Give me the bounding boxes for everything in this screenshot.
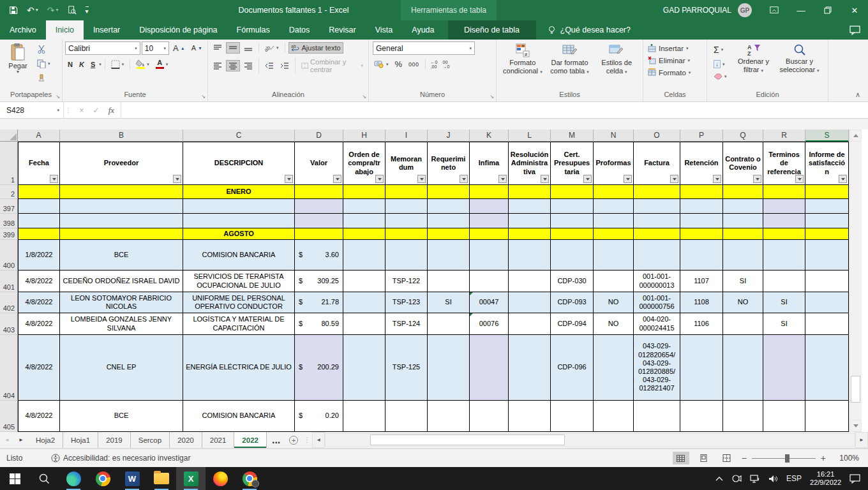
cell-Q-405[interactable] (723, 401, 763, 432)
filter-button-J[interactable] (460, 175, 468, 183)
network-icon[interactable] (750, 475, 760, 483)
cell-Q-404[interactable] (723, 335, 763, 401)
cell-N-405[interactable] (594, 401, 634, 432)
cell-Q-401[interactable]: SI (723, 271, 763, 292)
sheet-tab-2019[interactable]: 2019 (98, 432, 131, 448)
orientation-button[interactable]: ab▾ (262, 41, 281, 54)
filter-button-D[interactable] (333, 175, 341, 183)
cell-A-403[interactable]: 4/8/2022 (18, 313, 60, 335)
cell-O-400[interactable] (634, 240, 680, 271)
cell-L-399[interactable] (509, 228, 551, 240)
column-header-D[interactable]: D (295, 130, 343, 142)
cell-A-397[interactable] (18, 199, 60, 214)
tab-splitter[interactable]: ⋮ (302, 432, 312, 448)
cell-K-402[interactable]: 00047 (470, 292, 509, 313)
vertical-scroll-thumb[interactable] (851, 376, 860, 403)
clear-button[interactable]: ▾ (711, 71, 730, 82)
cell-M-2[interactable] (551, 185, 594, 199)
cell-N-397[interactable] (594, 199, 634, 214)
cell-P-397[interactable] (680, 199, 723, 214)
align-middle-icon[interactable] (226, 42, 240, 54)
cell-C-405[interactable]: COMISION BANCARIA (183, 401, 295, 432)
cell-N-398[interactable] (594, 214, 634, 228)
cell-I-397[interactable] (385, 199, 428, 214)
cell-J-1[interactable]: Requerimi neto (428, 142, 470, 185)
cell-I-401[interactable]: TSP-122 (385, 271, 428, 292)
start-button[interactable] (0, 467, 29, 490)
filter-button-A[interactable] (50, 175, 58, 183)
cell-J-400[interactable] (428, 240, 470, 271)
cell-K-2[interactable] (470, 185, 509, 199)
cell-C-400[interactable]: COMISION BANCARIA (183, 240, 295, 271)
cell-P-399[interactable] (680, 228, 723, 240)
column-header-H[interactable]: H (343, 130, 385, 142)
sheet-tab-hoja1[interactable]: Hoja1 (63, 432, 98, 448)
cell-Q-399[interactable] (723, 228, 763, 240)
row-header-401[interactable]: 401 (0, 271, 18, 292)
font-name-combo[interactable]: Calibri▾ (65, 41, 140, 55)
fill-button[interactable]: ↓▾ (711, 58, 730, 70)
cell-L-1[interactable]: Resolución Administra tiva (509, 142, 551, 185)
cell-L-397[interactable] (509, 199, 551, 214)
zoom-slider-thumb[interactable] (785, 454, 789, 463)
cell-C-2[interactable]: ENERO (183, 185, 295, 199)
cell-L-398[interactable] (509, 214, 551, 228)
tab-fórmulas[interactable]: Fórmulas (227, 20, 280, 40)
cell-styles-button[interactable]: Estilos de celda ▾ (593, 41, 640, 91)
filter-button-M[interactable] (583, 175, 592, 183)
bold-button[interactable]: N (65, 59, 75, 70)
cell-M-399[interactable] (551, 228, 594, 240)
cell-M-401[interactable]: CDP-030 (551, 271, 594, 292)
cell-Q-397[interactable] (723, 199, 763, 214)
cell-P-402[interactable]: 1108 (680, 292, 723, 313)
number-format-combo[interactable]: General▾ (373, 41, 475, 55)
cell-C-402[interactable]: UNIFORME DEL PERSONAL OPERATIVO CONDUCTO… (183, 292, 295, 313)
cell-R-403[interactable]: SI (763, 313, 805, 335)
cell-K-404[interactable] (470, 335, 509, 401)
cell-B-402[interactable]: LEON SOTOMAYOR FABRICIO NICOLAS (60, 292, 183, 313)
column-header-I[interactable]: I (385, 130, 428, 142)
cell-J-2[interactable] (428, 185, 470, 199)
account-name[interactable]: GAD PARROQUIAL (663, 6, 731, 15)
row-header-405[interactable]: 405 (0, 401, 18, 432)
save-icon[interactable] (9, 6, 18, 15)
cell-P-401[interactable]: 1107 (680, 271, 723, 292)
filter-button-R[interactable] (795, 175, 804, 183)
tab-ayuda[interactable]: Ayuda (402, 20, 444, 40)
undo-button[interactable]: ↶▾ (27, 6, 38, 15)
cell-C-399[interactable]: AGOSTO (183, 228, 295, 240)
cell-Q-403[interactable] (723, 313, 763, 335)
filter-button-P[interactable] (713, 175, 721, 183)
cell-H-2[interactable] (343, 185, 385, 199)
row-header-402[interactable]: 402 (0, 292, 18, 313)
cell-L-400[interactable] (509, 240, 551, 271)
underline-caret[interactable]: ▾ (99, 62, 101, 67)
cell-H-404[interactable] (343, 335, 385, 401)
cell-N-402[interactable]: NO (594, 292, 634, 313)
cell-D-2[interactable] (295, 185, 343, 199)
cell-R-401[interactable] (763, 271, 805, 292)
cell-D-402[interactable]: $21.78 (295, 292, 343, 313)
cell-R-400[interactable] (763, 240, 805, 271)
cell-D-400[interactable]: $3.60 (295, 240, 343, 271)
cell-C-404[interactable]: ENERGÍA ELÉCTRICA DE JULIO (183, 335, 295, 401)
cell-C-1[interactable]: DESCRIPCION (183, 142, 295, 185)
horizontal-scrollbar[interactable] (325, 433, 855, 447)
cell-A-1[interactable]: Fecha (18, 142, 60, 185)
cell-C-398[interactable] (183, 214, 295, 228)
cell-I-399[interactable] (385, 228, 428, 240)
cell-I-400[interactable] (385, 240, 428, 271)
formula-input[interactable] (121, 102, 868, 118)
sheet-tab-2020[interactable]: 2020 (170, 432, 202, 448)
cell-R-405[interactable] (763, 401, 805, 432)
filter-button-N[interactable] (624, 175, 632, 183)
format-painter-icon[interactable] (34, 72, 53, 85)
decrease-indent-icon[interactable] (262, 60, 276, 71)
cell-I-1[interactable]: Memoran dum (385, 142, 428, 185)
tab-diseno-de-tabla[interactable]: Diseño de tabla (448, 20, 536, 40)
alignment-dialog-launcher[interactable]: ↘ (362, 94, 366, 100)
vertical-scrollbar[interactable] (849, 130, 862, 432)
cell-S-401[interactable] (805, 271, 849, 292)
cell-N-401[interactable] (594, 271, 634, 292)
page-break-view-button[interactable] (719, 452, 735, 464)
